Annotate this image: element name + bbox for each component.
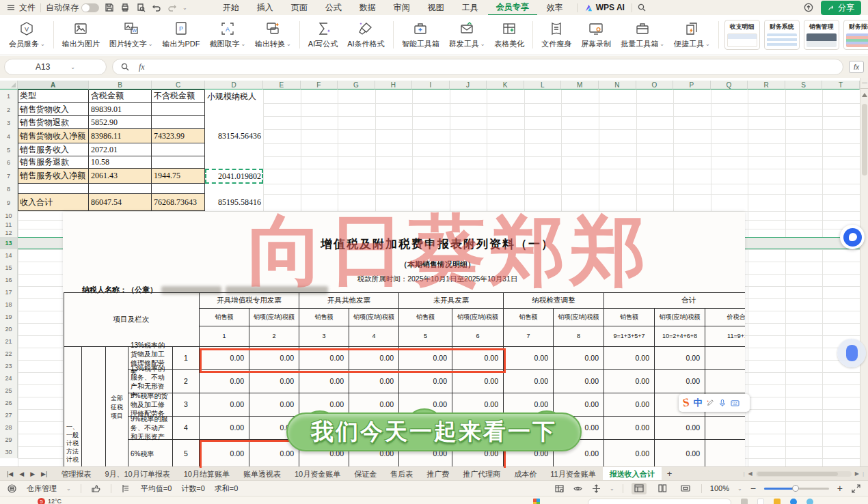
column-header-T[interactable]: T bbox=[822, 81, 860, 89]
undo-icon[interactable] bbox=[151, 2, 162, 13]
cell-D2[interactable] bbox=[205, 103, 263, 116]
page-break-view-button[interactable] bbox=[678, 483, 693, 494]
vertical-scroll-thumb[interactable] bbox=[862, 104, 867, 176]
sheet-tab-10月资金账单[interactable]: 10月资金账单 bbox=[288, 467, 347, 481]
sheet-tab-成本价[interactable]: 成本价 bbox=[507, 467, 543, 481]
sheet-tab-报送收入合计[interactable]: 报送收入合计 bbox=[603, 467, 662, 481]
cell-D6[interactable] bbox=[205, 156, 263, 169]
toolbar-button-AI写公式[interactable]: AI写公式 bbox=[303, 17, 342, 53]
menu-数据[interactable]: 数据 bbox=[351, 1, 384, 15]
row-header-1[interactable]: 1 bbox=[0, 89, 18, 103]
first-sheet-icon[interactable]: |◀ bbox=[7, 471, 13, 477]
column-header-N[interactable]: N bbox=[599, 81, 636, 89]
cell-B5[interactable]: 2072.01 bbox=[89, 143, 152, 156]
row-header-28[interactable]: 28 bbox=[0, 421, 18, 434]
toolbar-button-截图取字[interactable]: A截图取字⌄ bbox=[204, 17, 250, 53]
row-header-9[interactable]: 9 bbox=[0, 194, 18, 211]
row-header-22[interactable]: 22 bbox=[0, 348, 18, 360]
table-settings-icon[interactable] bbox=[554, 484, 565, 494]
cell-D1[interactable]: 小规模纳税人 bbox=[205, 89, 263, 103]
cell-B2[interactable]: 89839.01 bbox=[89, 103, 152, 116]
row-header-7[interactable]: 7 bbox=[0, 169, 18, 184]
zoom-out-button[interactable]: − bbox=[750, 483, 756, 494]
cell-D7[interactable]: 2041.019802 bbox=[205, 169, 263, 184]
last-sheet-icon[interactable]: ▶| bbox=[41, 471, 47, 477]
next-sheet-icon[interactable]: ▶ bbox=[30, 471, 35, 477]
taskbar-app-icon[interactable] bbox=[757, 499, 764, 504]
cell-A8[interactable] bbox=[18, 184, 89, 194]
column-header-M[interactable]: M bbox=[561, 81, 599, 89]
column-header-I[interactable]: I bbox=[412, 81, 450, 89]
ime-keyboard-icon[interactable] bbox=[731, 400, 740, 407]
row-header-3[interactable]: 3 bbox=[0, 116, 18, 129]
ime-toolbar[interactable]: S 中 bbox=[679, 394, 750, 412]
hscroll-right-arrow-icon[interactable]: ▶ bbox=[855, 471, 859, 477]
menu-开始[interactable]: 开始 bbox=[215, 1, 247, 15]
cell-A5[interactable]: 销售服务收入 bbox=[18, 143, 89, 156]
anchor-move-icon[interactable] bbox=[591, 484, 601, 494]
column-header-J[interactable]: J bbox=[450, 81, 487, 89]
file-menu[interactable]: 文件 bbox=[5, 2, 36, 14]
select-all-corner[interactable] bbox=[0, 81, 18, 89]
toolbar-button-文件瘦身[interactable]: 文件瘦身 bbox=[537, 17, 576, 53]
cell-C2[interactable] bbox=[152, 103, 205, 116]
sheet-tab-推广费[interactable]: 推广费 bbox=[420, 467, 456, 481]
prev-sheet-icon[interactable]: ◀ bbox=[19, 471, 24, 477]
menu-审阅[interactable]: 审阅 bbox=[385, 1, 418, 15]
row-header-6[interactable]: 6 bbox=[0, 156, 18, 169]
sheet-tab-账单透视表[interactable]: 账单透视表 bbox=[236, 467, 288, 481]
toolbar-button-智能工具箱[interactable]: 智能工具箱 bbox=[397, 17, 444, 53]
cell-C9[interactable]: 76268.73643 bbox=[152, 194, 205, 211]
taskbar-app-icon[interactable] bbox=[806, 499, 813, 504]
cell-A6[interactable]: 销售服务退款 bbox=[18, 156, 89, 169]
split-handle[interactable]: — bbox=[860, 78, 868, 89]
row-header-10[interactable]: 10 bbox=[0, 211, 18, 220]
column-header-B[interactable]: B bbox=[89, 81, 152, 89]
cell-A7[interactable]: 销售服务收入净额 bbox=[18, 169, 89, 184]
horizontal-scroll-thumb[interactable] bbox=[757, 472, 838, 476]
edge-browser-icon[interactable] bbox=[790, 499, 797, 504]
cell-D8[interactable] bbox=[205, 184, 263, 194]
row-header-5[interactable]: 5 bbox=[0, 143, 18, 156]
workbook-chevron-icon[interactable]: ⌄ bbox=[66, 486, 71, 492]
vertical-scrollbar[interactable]: — bbox=[860, 78, 868, 466]
row-header-12[interactable]: 12 bbox=[0, 229, 18, 237]
folder-icon[interactable] bbox=[774, 499, 781, 504]
eye-icon[interactable] bbox=[573, 484, 583, 494]
normal-view-button[interactable] bbox=[632, 483, 647, 494]
formula-search-icon[interactable] bbox=[120, 61, 131, 72]
menu-工具[interactable]: 工具 bbox=[454, 1, 487, 15]
add-sheet-button[interactable]: + bbox=[662, 468, 678, 479]
row-header-27[interactable]: 27 bbox=[0, 409, 18, 421]
cell-B7[interactable]: 2061.43 bbox=[89, 169, 152, 184]
cell-C4[interactable]: 74323.99 bbox=[152, 129, 205, 143]
cell-C6[interactable] bbox=[152, 156, 205, 169]
cell-B3[interactable]: 5852.90 bbox=[89, 116, 152, 129]
sheet-tab-管理报表[interactable]: 管理报表 bbox=[54, 467, 98, 481]
column-header-R[interactable]: R bbox=[748, 81, 785, 89]
row-header-8[interactable]: 8 bbox=[0, 184, 18, 194]
upload-cloud-icon[interactable] bbox=[803, 2, 814, 13]
wps-ai-menu[interactable]: WPS AI bbox=[578, 3, 632, 12]
toolbar-button-AI条件格式[interactable]: AI条件格式 bbox=[342, 17, 389, 53]
share-button[interactable]: 分享 bbox=[821, 1, 861, 15]
menu-页面[interactable]: 页面 bbox=[283, 1, 316, 15]
cell-A9[interactable]: 收入合计 bbox=[18, 194, 89, 211]
fullscreen-icon[interactable] bbox=[851, 484, 861, 494]
row-header-11[interactable]: 11 bbox=[0, 220, 18, 229]
column-header-F[interactable]: F bbox=[301, 81, 338, 89]
floating-chat-button[interactable] bbox=[840, 225, 865, 249]
column-header-E[interactable]: E bbox=[263, 81, 301, 89]
menu-插入[interactable]: 插入 bbox=[249, 1, 282, 15]
row-header-24[interactable]: 24 bbox=[0, 372, 18, 384]
cell-B9[interactable]: 86047.54 bbox=[89, 194, 152, 211]
cell-B8[interactable] bbox=[89, 184, 152, 194]
toolbar-button-批量工具箱[interactable]: 批量工具箱⌄ bbox=[616, 17, 669, 53]
menu-公式[interactable]: 公式 bbox=[317, 1, 350, 15]
cell-A1[interactable]: 类型 bbox=[18, 89, 89, 103]
taskbar-search[interactable] bbox=[588, 499, 731, 504]
toolbar-button-图片转文字[interactable]: W图片转文字⌄ bbox=[105, 17, 158, 53]
row-header-25[interactable]: 25 bbox=[0, 384, 18, 397]
column-header-C[interactable]: C bbox=[152, 81, 205, 89]
toolbar-button-会员服务[interactable]: V会员服务⌄ bbox=[4, 17, 50, 53]
